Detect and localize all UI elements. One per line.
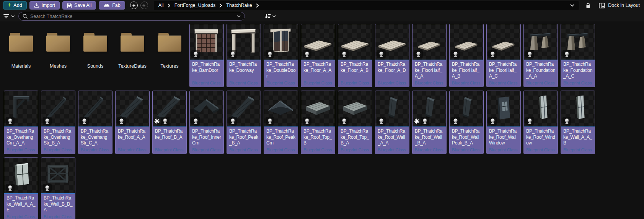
blueprint-orb-icon xyxy=(525,117,534,125)
search-input[interactable] xyxy=(30,14,234,19)
unsaved-star-icon xyxy=(414,118,419,124)
asset-name: BP_ThatchRake_Roof_B_A xyxy=(155,128,184,140)
blueprint-orb-icon xyxy=(377,117,386,125)
blueprint-orb-icon xyxy=(6,117,15,125)
asset-tile[interactable]: BP_ThatchRake_Roof_WindowBlueprint Class xyxy=(523,91,558,154)
asset-label-area: BP_ThatchRake_Roof_B_ABlueprint Class xyxy=(153,127,186,154)
folder-icon xyxy=(152,24,187,60)
save-all-button[interactable]: Save All xyxy=(62,1,96,10)
asset-class: Blueprint Class xyxy=(526,148,556,152)
asset-class: Blueprint Class xyxy=(378,148,407,152)
folder-label: Materials xyxy=(11,63,31,69)
asset-tile[interactable]: BP_ThatchRake_Roof_Peak_B_ABlueprint Cla… xyxy=(227,91,261,154)
blueprint-orb-icon xyxy=(266,50,274,58)
asset-tile[interactable]: BP_ThatchRake_OverhangStr_C_ABlueprint C… xyxy=(78,91,112,154)
asset-thumbnail xyxy=(412,91,446,127)
asset-thumbnail xyxy=(450,91,483,127)
asset-thumbnail xyxy=(41,91,75,127)
asset-label-area: BP_ThatchRake_DoorwayBlueprint Class xyxy=(227,60,261,87)
asset-tile[interactable]: BP_ThatchRake_FloorHalf_A_CBlueprint Cla… xyxy=(486,24,521,87)
blueprint-orb-icon xyxy=(525,50,534,58)
asset-tile[interactable]: BP_ThatchRake_Floor_A_DBlueprint Class xyxy=(375,24,409,87)
blueprint-orb-icon xyxy=(303,117,311,125)
asset-class: Blueprint Class xyxy=(303,81,333,85)
asset-thumbnail xyxy=(190,91,223,127)
breadcrumb-item[interactable]: ThatchRake xyxy=(226,3,252,8)
asset-tile[interactable]: BP_ThatchRake_DoorwayBlueprint Class xyxy=(227,24,261,87)
asset-thumbnail xyxy=(375,24,409,60)
search-options-chevron-icon[interactable] xyxy=(237,15,241,18)
asset-tile[interactable]: BP_ThatchRake_Foundation_A_CBlueprint Cl… xyxy=(561,24,595,87)
filter-funnel-icon xyxy=(3,14,10,19)
sort-button[interactable] xyxy=(265,14,276,19)
filter-button[interactable] xyxy=(3,14,15,19)
asset-thumbnail xyxy=(4,158,38,194)
breadcrumb-item[interactable]: FortForge_Uploads xyxy=(174,3,216,8)
folder-tile[interactable]: Meshes xyxy=(41,24,75,87)
asset-tile[interactable]: BP_ThatchRake_OverhangStr_B_ABlueprint C… xyxy=(41,91,75,154)
asset-tile[interactable]: BP_ThatchRake_Roof_Wall_B_ABlueprint Cla… xyxy=(412,91,447,154)
folder-label: Textures xyxy=(160,63,178,69)
asset-label-area: BP_ThatchRake_Wall_A_A_EBlueprint Class xyxy=(4,194,38,219)
import-button[interactable]: Import xyxy=(29,1,60,10)
blueprint-orb-icon xyxy=(80,117,89,125)
add-button[interactable]: + Add xyxy=(3,1,27,10)
asset-thumbnail xyxy=(375,91,409,127)
asset-tile[interactable]: BP_ThatchRake_FloorHalf_A_BBlueprint Cla… xyxy=(449,24,484,87)
folder-tile[interactable]: Sounds xyxy=(78,24,112,87)
asset-tile[interactable]: BP_ThatchRake_Roof_Wall_A_ABlueprint Cla… xyxy=(375,91,409,154)
blueprint-orb-icon xyxy=(191,50,200,58)
asset-tile[interactable]: BP_ThatchRake_Floor_A_BBlueprint Class xyxy=(338,24,372,87)
history-forward-button[interactable] xyxy=(140,2,148,9)
search-box[interactable] xyxy=(18,12,245,21)
asset-tile[interactable]: BP_ThatchRake_DoubleDoorBlueprint Class xyxy=(264,24,298,87)
blueprint-orb-icon xyxy=(191,117,200,125)
asset-tile[interactable]: BP_ThatchRake_Wall_B_B_ABlueprint Class xyxy=(41,157,75,219)
asset-tile[interactable]: BP_ThatchRake_Wall_A_A_EBlueprint Class xyxy=(4,157,38,219)
asset-tile[interactable]: BP_ThatchRake_Roof_Top_B_ABlueprint Clas… xyxy=(338,91,372,154)
asset-tile[interactable]: BP_ThatchRake_Floor_A_ABlueprint Class xyxy=(301,24,335,87)
folder-tile[interactable]: Textures xyxy=(152,24,187,87)
fab-button[interactable]: Fab xyxy=(99,1,125,10)
asset-name: BP_ThatchRake_Wall_B_B_A xyxy=(44,195,73,213)
blueprint-orb-icon xyxy=(303,50,311,58)
asset-tile[interactable]: BP_ThatchRake_Roof_InnerCrnBlueprint Cla… xyxy=(189,91,224,154)
breadcrumb: AllFortForge_UploadsThatchRake xyxy=(154,1,579,10)
asset-label-area: BP_ThatchRake_Floor_A_BBlueprint Class xyxy=(338,60,372,87)
folder-tile[interactable]: Materials xyxy=(4,24,38,87)
blueprint-orb-icon xyxy=(6,184,15,192)
asset-tile[interactable]: BP_ThatchRake_FloorHalf_A_ABlueprint Cla… xyxy=(412,24,447,87)
blueprint-orb-icon xyxy=(488,117,497,125)
asset-name: BP_ThatchRake_FloorHalf_A_A xyxy=(415,62,444,79)
blueprint-orb-icon xyxy=(414,50,423,58)
asset-thumbnail xyxy=(487,91,520,127)
asset-name: BP_ThatchRake_Floor_A_D xyxy=(378,62,407,73)
asset-tile[interactable]: BP_ThatchRake_Wall_A_A_BBlueprint Class xyxy=(561,91,595,154)
path-dropdown-chevron-icon[interactable] xyxy=(570,4,574,7)
asset-name: BP_ThatchRake_Roof_Wall_A_A xyxy=(378,128,407,146)
asset-tile[interactable]: BP_ThatchRake_Roof_WallPeak_B_ABlueprint… xyxy=(449,91,484,154)
lock-icon[interactable] xyxy=(585,3,591,8)
dock-in-layout-button[interactable]: Dock in Layout xyxy=(599,3,640,8)
asset-class: Blueprint Class xyxy=(266,148,296,152)
asset-tile[interactable]: BP_ThatchRake_OverhangCrn_A_ABlueprint C… xyxy=(4,91,38,154)
breadcrumb-item[interactable]: All xyxy=(158,3,164,8)
asset-label-area: BP_ThatchRake_OverhangStr_C_ABlueprint C… xyxy=(78,127,112,154)
asset-class: Blueprint Class xyxy=(452,81,481,85)
asset-label-area: BP_ThatchRake_Roof_WindowBlueprint Class xyxy=(524,127,558,154)
asset-tile[interactable]: BP_ThatchRake_Roof_Top_BBlueprint Class xyxy=(301,91,335,154)
asset-tile[interactable]: BP_ThatchRake_Foundation_A_ABlueprint Cl… xyxy=(523,24,558,87)
asset-tile[interactable]: BP_ThatchRake_Roof_PeakCrnBlueprint Clas… xyxy=(264,91,298,154)
asset-tile[interactable]: BP_ThatchRake_Roof_WallWindowBlueprint C… xyxy=(486,91,521,154)
asset-tile[interactable]: BP_ThatchRake_Roof_A_ABlueprint Class xyxy=(115,91,150,154)
asset-thumbnail xyxy=(524,24,558,60)
asset-thumbnail xyxy=(264,91,298,127)
asset-name: BP_ThatchRake_Roof_InnerCrn xyxy=(192,128,222,146)
history-back-button[interactable] xyxy=(130,2,138,9)
asset-class: Blueprint Class xyxy=(44,214,73,219)
add-button-label: Add xyxy=(13,3,22,8)
asset-tile[interactable]: BP_ThatchRake_Roof_B_ABlueprint Class xyxy=(152,91,187,154)
blueprint-orb-icon xyxy=(228,117,237,125)
folder-tile[interactable]: TextureDatas xyxy=(115,24,150,87)
asset-tile[interactable]: BP_ThatchRake_BarnDoorBlueprint Class xyxy=(189,24,224,87)
